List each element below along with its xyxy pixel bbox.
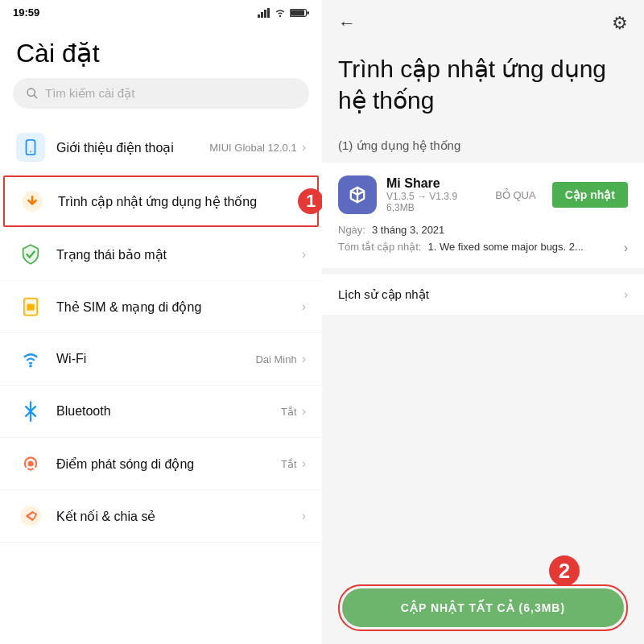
sim-label: Thẻ SIM & mạng di động bbox=[56, 300, 201, 314]
svg-point-15 bbox=[29, 365, 32, 368]
right-panel: ← ⚙ Trình cập nhật ứng dụng hệ thống (1)… bbox=[322, 0, 644, 644]
app-info: Mi Share V1.3.5 → V1.3.9 6,3MB bbox=[386, 176, 479, 213]
right-header: ← ⚙ bbox=[322, 0, 644, 47]
update-button[interactable]: Cập nhật bbox=[552, 182, 628, 208]
app-version: V1.3.5 → V1.3.9 bbox=[386, 191, 479, 202]
intro-chevron: › bbox=[302, 140, 306, 155]
settings-list: Giới thiệu điện thoại MIUI Global 12.0.1… bbox=[0, 122, 322, 644]
history-section[interactable]: Lịch sử cập nhật › bbox=[322, 275, 644, 315]
search-placeholder: Tìm kiếm cài đặt bbox=[45, 86, 134, 101]
settings-item-security[interactable]: Trạng thái bảo mật › bbox=[0, 229, 322, 281]
wifi-label-group: Wi-Fi bbox=[56, 352, 255, 366]
left-panel: 19:59 Cài đặt bbox=[0, 0, 322, 644]
bluetooth-label-group: Bluetooth bbox=[56, 404, 281, 419]
hotspot-icon bbox=[16, 449, 45, 478]
svg-rect-6 bbox=[291, 10, 304, 15]
wifi-value: Dai Minh bbox=[255, 353, 301, 365]
date-value: 3 tháng 3, 2021 bbox=[372, 224, 444, 236]
sim-chevron: › bbox=[302, 299, 306, 314]
history-label: Lịch sử cập nhật bbox=[338, 287, 429, 302]
signal-icon bbox=[258, 8, 270, 18]
date-label: Ngày: bbox=[338, 224, 365, 236]
intro-label: Giới thiệu điện thoại bbox=[56, 141, 174, 155]
settings-item-intro[interactable]: Giới thiệu điện thoại MIUI Global 12.0.1… bbox=[0, 122, 322, 174]
app-size: 6,3MB bbox=[386, 202, 479, 213]
security-chevron: › bbox=[302, 247, 306, 262]
svg-rect-1 bbox=[261, 12, 263, 18]
app-update-row: Mi Share V1.3.5 → V1.3.9 6,3MB BỎ QUA Cậ… bbox=[338, 175, 628, 214]
status-icons bbox=[258, 8, 309, 18]
wifi-icon bbox=[16, 345, 45, 374]
svg-rect-0 bbox=[258, 14, 260, 18]
svg-rect-7 bbox=[307, 11, 309, 14]
shield-icon bbox=[16, 240, 45, 269]
update-all-button[interactable]: CẬP NHẬT TẤT CẢ (6,3MB) bbox=[342, 588, 624, 627]
svg-rect-2 bbox=[264, 10, 266, 18]
svg-rect-3 bbox=[267, 8, 270, 18]
expand-icon[interactable]: › bbox=[624, 241, 628, 255]
settings-item-wifi[interactable]: Wi-Fi Dai Minh › bbox=[0, 333, 322, 386]
wifi-chevron: › bbox=[302, 352, 306, 366]
svg-rect-14 bbox=[27, 304, 34, 311]
step1-badge: 1 bbox=[298, 188, 322, 214]
share-icon bbox=[16, 502, 45, 530]
settings-item-bluetooth[interactable]: Bluetooth Tắt › bbox=[0, 386, 322, 438]
back-button[interactable]: ← bbox=[338, 13, 356, 34]
svg-point-17 bbox=[20, 506, 41, 526]
svg-point-8 bbox=[27, 89, 35, 96]
svg-point-4 bbox=[279, 14, 281, 16]
share-chevron: › bbox=[302, 509, 306, 523]
bottom-section: 2 CẬP NHẬT TẤT CẢ (6,3MB) bbox=[322, 572, 644, 644]
sim-label-group: Thẻ SIM & mạng di động bbox=[56, 299, 302, 315]
settings-item-share[interactable]: Kết nối & chia sẻ › bbox=[0, 490, 322, 543]
sim-icon bbox=[16, 292, 45, 321]
svg-point-11 bbox=[30, 151, 31, 153]
history-chevron: › bbox=[624, 287, 628, 302]
wifi-status-icon bbox=[274, 8, 287, 18]
summary-label: Tóm tắt cập nhật: bbox=[338, 241, 421, 253]
intro-value: MIUI Global 12.0.1 bbox=[209, 142, 301, 154]
hotspot-value: Tắt bbox=[281, 458, 302, 470]
svg-rect-10 bbox=[27, 140, 35, 155]
svg-point-16 bbox=[28, 461, 34, 467]
svg-line-9 bbox=[34, 95, 37, 98]
bluetooth-value: Tắt bbox=[281, 406, 302, 418]
right-title: Trình cập nhật ứng dụng hệ thống bbox=[322, 47, 644, 132]
search-icon bbox=[26, 87, 39, 100]
hotspot-label-group: Điểm phát sóng di động bbox=[56, 456, 281, 472]
search-bar[interactable]: Tìm kiếm cài đặt bbox=[13, 78, 309, 109]
app-icon bbox=[338, 175, 377, 214]
update-icon bbox=[18, 187, 47, 216]
phone-icon bbox=[16, 133, 45, 162]
update-all-wrapper: CẬP NHẬT TẤT CẢ (6,3MB) bbox=[338, 584, 628, 631]
update-date-row: Ngày: 3 tháng 3, 2021 bbox=[338, 224, 628, 236]
share-label-group: Kết nối & chia sẻ bbox=[56, 509, 302, 524]
app-update-card: Mi Share V1.3.5 → V1.3.9 6,3MB BỎ QUA Cậ… bbox=[322, 163, 644, 268]
bluetooth-chevron: › bbox=[302, 404, 306, 419]
status-time: 19:59 bbox=[13, 6, 39, 19]
spacer bbox=[322, 315, 644, 572]
battery-icon bbox=[290, 8, 309, 18]
bluetooth-icon bbox=[16, 397, 45, 426]
intro-label-group: Giới thiệu điện thoại bbox=[56, 140, 209, 155]
settings-item-update[interactable]: Trình cập nhật ứng dụng hệ thống › 1 bbox=[3, 175, 319, 227]
share-label: Kết nối & chia sẻ bbox=[56, 510, 155, 523]
page-title: Cài đặt bbox=[0, 25, 322, 78]
wifi-label: Wi-Fi bbox=[56, 352, 86, 365]
summary-row: Tóm tắt cập nhật: 1. We fixed some major… bbox=[338, 241, 628, 255]
status-bar: 19:59 bbox=[0, 0, 322, 25]
update-label: Trình cập nhật ứng dụng hệ thống bbox=[58, 195, 257, 208]
settings-button[interactable]: ⚙ bbox=[612, 13, 628, 34]
skip-button[interactable]: BỎ QUA bbox=[489, 184, 542, 206]
settings-item-hotspot[interactable]: Điểm phát sóng di động Tắt › bbox=[0, 438, 322, 490]
hotspot-chevron: › bbox=[302, 456, 306, 471]
security-label-group: Trạng thái bảo mật bbox=[56, 247, 302, 262]
security-label: Trạng thái bảo mật bbox=[56, 248, 167, 262]
update-label-group: Trình cập nhật ứng dụng hệ thống bbox=[58, 194, 300, 209]
app-name: Mi Share bbox=[386, 176, 479, 191]
summary-value: 1. We fixed some major bugs. 2... bbox=[427, 241, 617, 253]
step2-badge: 2 bbox=[549, 555, 580, 586]
bluetooth-label: Bluetooth bbox=[56, 404, 111, 418]
settings-item-sim[interactable]: Thẻ SIM & mạng di động › bbox=[0, 281, 322, 333]
section-title: (1) ứng dụng hệ thống bbox=[322, 132, 644, 163]
